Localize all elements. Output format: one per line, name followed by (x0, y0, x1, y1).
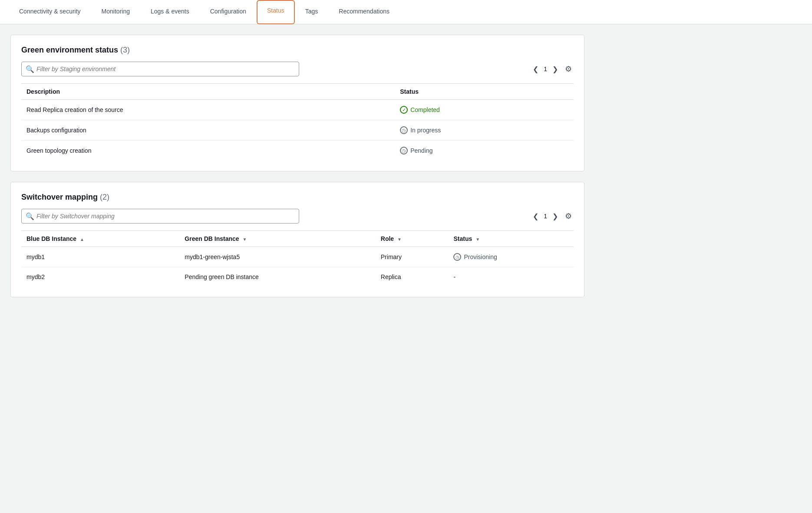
green-search-wrapper: 🔍 (21, 62, 299, 76)
switchover-row-green-db: Pending green DB instance (179, 267, 375, 287)
green-table-row: Backups configuration◷In progress (21, 120, 574, 141)
green-row-status: ◷In progress (395, 120, 574, 141)
green-title-text: Green environment status (21, 46, 118, 54)
switchover-prev-button[interactable]: ❮ (531, 211, 540, 221)
green-next-button[interactable]: ❯ (551, 64, 560, 74)
status-sort-icon: ▼ (475, 237, 480, 242)
switchover-row-status: ◷Provisioning (448, 247, 574, 267)
tab-bar: Connectivity & securityMonitoringLogs & … (0, 0, 812, 24)
switchover-table-row: mydb2Pending green DB instanceReplica- (21, 267, 574, 287)
role-sort-icon: ▼ (397, 237, 402, 242)
switchover-col-blue-db: Blue DB Instance ▲ (21, 231, 179, 247)
switchover-table-row: mydb1mydb1-green-wjsta5Primary◷Provision… (21, 247, 574, 267)
switchover-row-role: Primary (376, 247, 449, 267)
green-page-number: 1 (544, 66, 547, 72)
tab-tags[interactable]: Tags (295, 0, 329, 24)
switchover-row-role: Replica (376, 267, 449, 287)
green-row-description: Read Replica creation of the source (21, 100, 395, 120)
green-row-description: Backups configuration (21, 120, 395, 141)
main-content: Green environment status (3) 🔍 ❮ 1 ❯ ⚙ D… (0, 24, 595, 318)
switchover-col-status: Status ▼ (448, 231, 574, 247)
green-table-row: Green topology creation◷Pending (21, 141, 574, 161)
green-card-title: Green environment status (3) (21, 46, 574, 55)
switchover-search-input[interactable] (21, 209, 299, 224)
green-prev-button[interactable]: ❮ (531, 64, 540, 74)
switchover-card: Switchover mapping (2) 🔍 ❮ 1 ❯ ⚙ Blue DB… (10, 182, 584, 297)
status-label: Provisioning (464, 253, 497, 260)
provisioning-icon: ◷ (453, 253, 461, 261)
switchover-count: (2) (100, 193, 109, 201)
switchover-settings-button[interactable]: ⚙ (563, 210, 574, 222)
green-pagination: ❮ 1 ❯ ⚙ (531, 63, 574, 75)
tab-configuration[interactable]: Configuration (200, 0, 257, 24)
completed-icon: ✓ (400, 106, 408, 114)
switchover-search-row: 🔍 ❮ 1 ❯ ⚙ (21, 209, 574, 224)
green-settings-button[interactable]: ⚙ (563, 63, 574, 75)
switchover-search-wrapper: 🔍 (21, 209, 299, 224)
green-col-description: Description (21, 84, 395, 100)
switchover-page-number: 1 (544, 213, 547, 220)
green-table: Description Status Read Replica creation… (21, 83, 574, 161)
switchover-card-title: Switchover mapping (2) (21, 193, 574, 202)
switchover-col-role: Role ▼ (376, 231, 449, 247)
switchover-table-header-row: Blue DB Instance ▲ Green DB Instance ▼ R… (21, 231, 574, 247)
green-search-row: 🔍 ❮ 1 ❯ ⚙ (21, 62, 574, 76)
switchover-table: Blue DB Instance ▲ Green DB Instance ▼ R… (21, 230, 574, 286)
switchover-row-green-db: mydb1-green-wjsta5 (179, 247, 375, 267)
switchover-search-icon: 🔍 (26, 212, 34, 220)
green-search-input[interactable] (21, 62, 299, 76)
status-label: Pending (410, 147, 432, 154)
switchover-pagination: ❮ 1 ❯ ⚙ (531, 210, 574, 222)
status-label: Completed (410, 106, 440, 113)
tab-status[interactable]: Status (257, 0, 295, 24)
green-search-icon: 🔍 (26, 65, 34, 73)
green-row-status: ◷Pending (395, 141, 574, 161)
switchover-title-text: Switchover mapping (21, 193, 98, 201)
green-table-header-row: Description Status (21, 84, 574, 100)
switchover-next-button[interactable]: ❯ (551, 211, 560, 221)
green-table-row: Read Replica creation of the source✓Comp… (21, 100, 574, 120)
green-col-status: Status (395, 84, 574, 100)
blue-db-sort-asc-icon: ▲ (80, 237, 84, 242)
green-db-sort-icon: ▼ (243, 237, 247, 242)
tab-logs[interactable]: Logs & events (140, 0, 200, 24)
tab-recommendations[interactable]: Recommendations (328, 0, 400, 24)
green-row-description: Green topology creation (21, 141, 395, 161)
switchover-row-status: - (448, 267, 574, 287)
green-environment-card: Green environment status (3) 🔍 ❮ 1 ❯ ⚙ D… (10, 35, 584, 171)
switchover-row-blue-db: mydb1 (21, 247, 179, 267)
tab-monitoring[interactable]: Monitoring (91, 0, 140, 24)
pending-icon: ◷ (400, 147, 408, 155)
tab-connectivity[interactable]: Connectivity & security (9, 0, 91, 24)
green-row-status: ✓Completed (395, 100, 574, 120)
status-label: In progress (410, 127, 441, 134)
inprogress-icon: ◷ (400, 126, 408, 134)
green-count: (3) (120, 46, 130, 54)
switchover-col-green-db: Green DB Instance ▼ (179, 231, 375, 247)
switchover-row-blue-db: mydb2 (21, 267, 179, 287)
